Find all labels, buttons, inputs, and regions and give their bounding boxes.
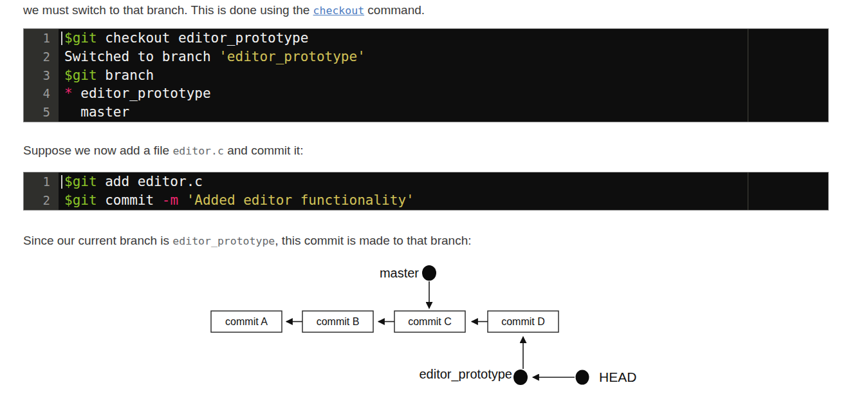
- add-file-text-prefix: Suppose we now add a file: [23, 144, 172, 157]
- head-label: HEAD: [599, 370, 636, 384]
- terminal-line: 2$git commit -m 'Added editor functional…: [24, 191, 828, 210]
- terminal-text: $git branch: [59, 66, 828, 85]
- commit-a-label: commit A: [225, 316, 268, 327]
- commit-b-label: commit B: [317, 316, 360, 327]
- current-branch-text-prefix: Since our current branch is: [23, 234, 172, 247]
- terminal-text: master: [59, 103, 828, 122]
- terminal-line: 2Switched to branch 'editor_prototype': [24, 48, 828, 66]
- line-number: 3: [24, 66, 59, 85]
- add-file-text-suffix: and commit it:: [224, 144, 304, 157]
- terminal-ruler-line: [748, 173, 748, 210]
- terminal-text: Switched to branch 'editor_prototype': [59, 48, 828, 66]
- master-branch-label: master: [380, 266, 419, 280]
- terminal-line: 5 master: [24, 103, 828, 122]
- terminal-line: 1$git add editor.c: [24, 173, 828, 191]
- line-number: 2: [24, 48, 59, 66]
- commit-c-label: commit C: [408, 316, 452, 327]
- terminal-text: $git checkout editor_prototype: [59, 29, 828, 48]
- line-number: 4: [24, 84, 59, 103]
- head-pointer-dot: [576, 370, 589, 385]
- intro-text-suffix: command.: [364, 3, 425, 17]
- terminal-text: $git add editor.c: [59, 173, 828, 191]
- inline-code-editor-prototype: editor_prototype: [172, 235, 275, 247]
- add-file-paragraph: Suppose we now add a file editor.c and c…: [23, 142, 303, 160]
- master-pointer-dot: [422, 265, 436, 281]
- text-cursor: [61, 175, 62, 189]
- terminal-line: 3$git branch: [24, 66, 828, 85]
- current-branch-text-suffix: , this commit is made to that branch:: [275, 234, 471, 247]
- line-number: 1: [24, 29, 59, 48]
- terminal-code-block-checkout: 1$git checkout editor_prototype2Switched…: [23, 28, 829, 122]
- text-cursor: [61, 32, 62, 45]
- terminal-line: 4* editor_prototype: [24, 84, 828, 103]
- editor-prototype-pointer-dot: [513, 370, 528, 385]
- terminal-ruler-line: [748, 29, 748, 122]
- inline-code-editor-c: editor.c: [172, 145, 223, 157]
- line-number: 1: [24, 173, 59, 191]
- current-branch-paragraph: Since our current branch is editor_proto…: [23, 232, 471, 250]
- checkout-command-link[interactable]: checkout: [313, 5, 364, 17]
- terminal-text: $git commit -m 'Added editor functionali…: [59, 191, 828, 210]
- editor-prototype-branch-label: editor_prototype: [419, 367, 512, 382]
- commit-d-label: commit D: [501, 316, 545, 327]
- intro-text-prefix: we must switch to that branch. This is d…: [23, 3, 313, 17]
- commit-graph-diagram: master commit A commit B commit C commit…: [0, 254, 868, 394]
- line-number: 2: [24, 191, 59, 210]
- terminal-text: * editor_prototype: [59, 84, 828, 103]
- line-number: 5: [24, 103, 59, 122]
- terminal-line: 1$git checkout editor_prototype: [24, 29, 828, 48]
- terminal-code-block-commit: 1$git add editor.c2$git commit -m 'Added…: [23, 172, 829, 211]
- intro-paragraph: we must switch to that branch. This is d…: [23, 2, 425, 19]
